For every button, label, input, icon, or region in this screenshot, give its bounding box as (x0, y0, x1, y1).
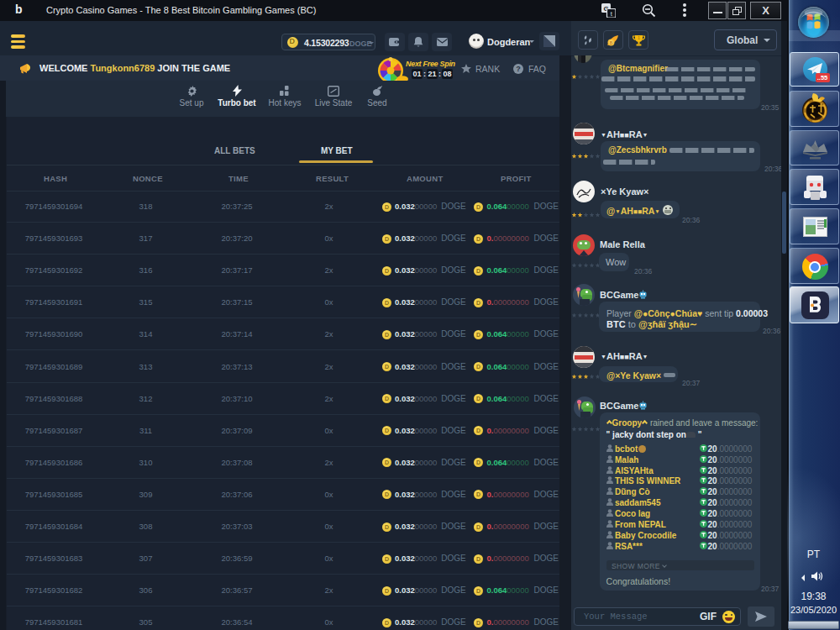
svg-text:B: B (610, 39, 613, 45)
